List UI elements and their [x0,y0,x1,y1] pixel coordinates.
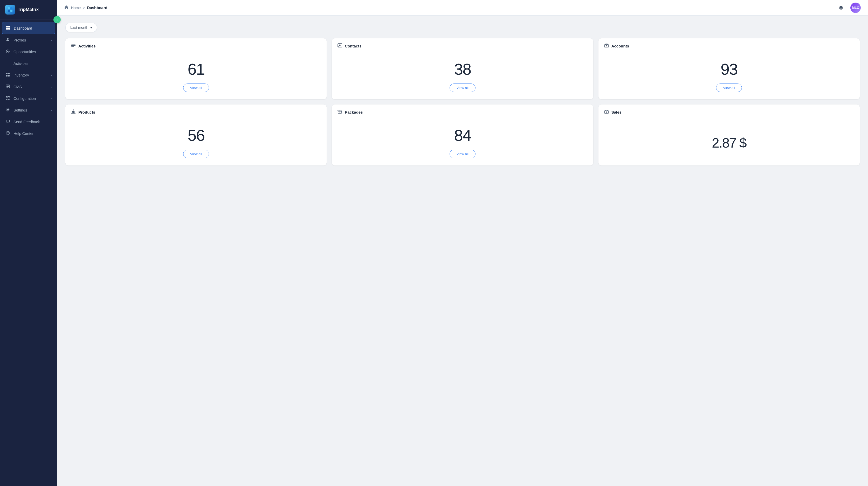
svg-rect-7 [8,28,10,30]
svg-rect-2 [8,10,10,12]
sidebar-item-profiles[interactable]: Profiles › [0,34,57,46]
svg-rect-15 [8,73,9,74]
profiles-icon [5,38,10,42]
sidebar-item-inventory-label: Inventory [13,73,48,77]
svg-rect-23 [6,98,8,98]
activities-card: Activities 61 View all [65,38,327,99]
sidebar-item-opportunities[interactable]: Opportunities [0,46,57,58]
page-content: Last month ▾ Activities [57,15,868,486]
inventory-chevron-icon: › [51,74,52,77]
svg-rect-37 [606,44,608,45]
svg-rect-14 [6,73,7,74]
svg-rect-46 [606,111,607,112]
accounts-card-body: 93 View all [598,53,860,99]
home-icon [64,5,68,10]
accounts-card-header: Accounts [598,38,860,53]
main-content: Home > Dashboard MLC Last month ▾ [57,0,868,486]
sales-card: Sales 2.87 $ [598,104,860,165]
filter-bar: Last month ▾ [65,23,860,32]
packages-view-all-button[interactable]: View all [450,150,475,158]
topbar: Home > Dashboard MLC [57,0,868,15]
app-logo: TripMatrix [0,0,57,20]
svg-rect-26 [9,98,9,98]
activities-card-icon [71,43,76,49]
svg-rect-17 [8,75,9,76]
date-filter-button[interactable]: Last month ▾ [65,23,97,32]
accounts-view-all-button[interactable]: View all [716,84,742,92]
breadcrumb-current: Dashboard [87,5,107,10]
contacts-card-icon [338,43,342,49]
sidebar-item-cms[interactable]: CMS › [0,81,57,93]
products-view-all-button[interactable]: View all [183,150,209,158]
user-avatar[interactable]: MLC [850,3,861,13]
sidebar-item-opportunities-label: Opportunities [13,50,52,54]
packages-count: 84 [454,127,471,143]
notifications-button[interactable] [836,3,846,12]
profiles-chevron-icon: › [51,39,52,42]
products-count: 56 [188,127,205,143]
svg-rect-1 [10,7,12,9]
svg-rect-3 [10,10,12,12]
sidebar-item-configuration-label: Configuration [13,96,48,101]
activities-view-all-button[interactable]: View all [183,84,209,92]
sidebar: TripMatrix ‹ Dashboard Profiles [0,0,57,486]
sidebar-item-dashboard[interactable]: Dashboard [2,22,55,34]
activities-card-header: Activities [65,38,327,53]
accounts-card-title: Accounts [612,44,629,48]
packages-card-title: Packages [345,110,363,115]
svg-point-8 [7,38,8,40]
contacts-card-body: 38 View all [332,53,593,99]
svg-rect-11 [6,62,9,62]
settings-icon [5,108,10,112]
sidebar-item-inventory[interactable]: Inventory › [0,69,57,81]
send-feedback-icon [5,119,10,124]
stats-grid: Activities 61 View all [65,38,860,165]
svg-rect-16 [6,75,7,76]
sidebar-item-send-feedback[interactable]: Send Feedback [0,116,57,128]
products-card-title: Products [79,110,95,115]
sidebar-item-settings-label: Settings [13,108,48,112]
sidebar-toggle-button[interactable]: ‹ [54,16,61,23]
sidebar-item-settings[interactable]: Settings › [0,104,57,116]
packages-card-icon [338,109,342,115]
contacts-view-all-button[interactable]: View all [450,84,475,92]
sales-card-title: Sales [612,110,622,115]
activities-card-body: 61 View all [65,53,327,99]
topbar-right: MLC [836,3,861,13]
filter-chevron-icon: ▾ [90,25,92,30]
svg-rect-33 [71,46,74,47]
opportunities-icon [5,49,10,54]
products-card-icon [71,109,76,115]
sidebar-item-profiles-label: Profiles [13,38,48,42]
svg-rect-4 [6,26,8,28]
sidebar-item-activities-label: Activities [13,61,52,66]
activities-icon [5,61,10,66]
activities-card-title: Activities [79,44,96,48]
breadcrumb-home: Home [71,6,81,10]
sidebar-item-send-feedback-label: Send Feedback [13,120,52,124]
app-name: TripMatrix [18,7,39,12]
svg-rect-5 [8,26,10,28]
sidebar-item-activities[interactable]: Activities [0,58,57,69]
svg-rect-21 [6,87,8,88]
sidebar-item-help-center-label: Help Center [13,131,52,136]
sidebar-item-help-center[interactable]: ? Help Center [0,128,57,139]
sidebar-item-dashboard-label: Dashboard [14,26,52,30]
sidebar-item-configuration[interactable]: Configuration › [0,93,57,104]
contacts-count: 38 [454,61,471,77]
activities-count: 61 [188,61,205,77]
breadcrumb-separator: > [83,6,85,10]
contacts-card-header: Contacts [332,38,593,53]
svg-rect-31 [71,44,75,44]
dashboard-icon [5,26,11,31]
svg-point-10 [7,51,8,52]
svg-rect-27 [7,99,9,100]
svg-rect-24 [6,99,7,100]
svg-rect-6 [6,28,8,30]
svg-text:?: ? [7,132,9,135]
svg-rect-19 [6,86,9,86]
svg-rect-20 [6,86,9,87]
products-card-body: 56 View all [65,119,327,165]
svg-rect-13 [6,64,8,64]
accounts-card-icon [604,43,609,49]
